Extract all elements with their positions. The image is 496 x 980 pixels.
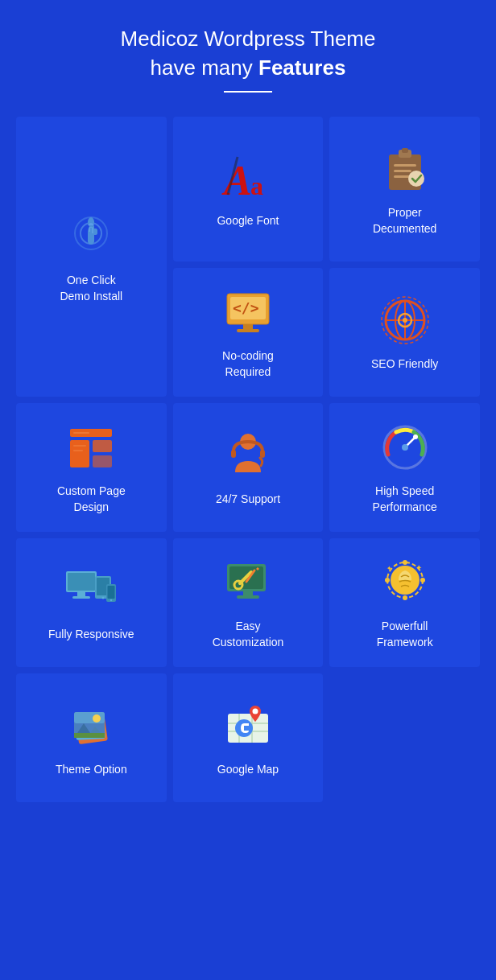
svg-point-12 [408,171,424,187]
map-label: Google Map [217,762,279,778]
page-wrapper: Medicoz Wordpress Theme have many Featur… [16,24,480,802]
svg-rect-26 [70,440,89,467]
one-click-label: One ClickDemo Install [60,273,122,304]
svg-rect-71 [74,733,105,738]
support-label: 24/7 Support [216,492,280,508]
feature-one-click: One ClickDemo Install [16,117,167,397]
svg-point-58 [403,595,407,600]
svg-text:a: a [250,171,263,200]
svg-rect-10 [394,170,411,172]
svg-rect-40 [68,573,95,591]
feature-nocoding: </> No-codingRequired [173,268,324,397]
svg-text:</>: </> [233,299,259,316]
speed-icon [377,419,433,476]
svg-text:✦: ✦ [386,565,392,572]
svg-point-38 [413,434,418,439]
feature-powerful: ✦ ✦ PowerfullFramework [329,538,480,667]
svg-rect-34 [260,450,265,458]
custom-icon [63,419,119,476]
easy-label: EasyCustomization [213,619,284,650]
map-icon [220,698,276,754]
svg-rect-28 [93,455,112,467]
svg-point-37 [402,444,408,451]
svg-rect-17 [237,329,259,332]
svg-point-48 [110,599,112,601]
svg-point-59 [385,578,390,583]
seo-icon [377,292,433,348]
feature-google-font: A a Google Font [173,117,324,261]
proper-label: ProperDecumented [373,205,436,237]
custom-label: Custom PageDesign [57,484,126,515]
feature-easy: EasyCustomization [173,538,324,667]
support-icon [220,427,276,484]
svg-rect-54 [237,595,259,599]
svg-rect-16 [243,324,253,329]
theme-icon [63,698,119,754]
svg-rect-27 [93,440,112,452]
svg-rect-41 [77,592,85,596]
feature-support: 24/7 Support [173,403,324,532]
features-grid: One ClickDemo Install A a Google Font [16,117,480,802]
proper-icon [377,141,433,197]
svg-point-45 [102,596,105,599]
svg-rect-9 [394,164,416,167]
feature-custom: Custom PageDesign [16,403,167,532]
feature-map: Google Map [173,673,324,802]
feature-proper: ProperDecumented [329,117,480,261]
feature-theme: Theme Option [16,673,167,802]
svg-rect-53 [243,591,253,595]
svg-point-70 [93,714,101,723]
svg-rect-47 [108,586,115,599]
svg-point-23 [403,318,407,323]
page-header: Medicoz Wordpress Theme have many Featur… [16,24,480,93]
svg-rect-8 [402,148,408,153]
seo-label: SEO Friendly [371,356,438,373]
one-click-icon [63,208,119,265]
powerful-icon: ✦ ✦ [377,554,433,611]
easy-icon [220,554,276,611]
svg-rect-30 [73,445,86,447]
svg-point-2 [88,217,94,227]
svg-rect-31 [73,450,83,451]
responsive-icon [63,562,119,619]
nocoding-label: No-codingRequired [222,348,274,380]
header-divider [224,91,272,93]
google-font-label: Google Font [217,213,279,229]
feature-responsive: Fully Responsive [16,538,167,667]
speed-label: High SpeedPerformance [373,484,437,515]
svg-rect-42 [72,596,90,599]
feature-seo: SEO Friendly [329,268,480,397]
responsive-label: Fully Responsive [48,627,134,643]
theme-label: Theme Option [56,762,127,778]
svg-rect-33 [231,450,236,458]
svg-rect-29 [73,432,89,434]
svg-point-74 [252,708,258,714]
powerful-label: PowerfullFramework [377,619,433,650]
feature-speed: High SpeedPerformance [329,403,480,532]
svg-text:✦: ✦ [415,563,422,572]
svg-point-60 [420,578,425,583]
nocoding-icon: </> [220,284,276,340]
svg-point-57 [403,560,407,565]
google-font-icon: A a [220,149,276,205]
page-title: Medicoz Wordpress Theme have many Featur… [16,24,480,83]
